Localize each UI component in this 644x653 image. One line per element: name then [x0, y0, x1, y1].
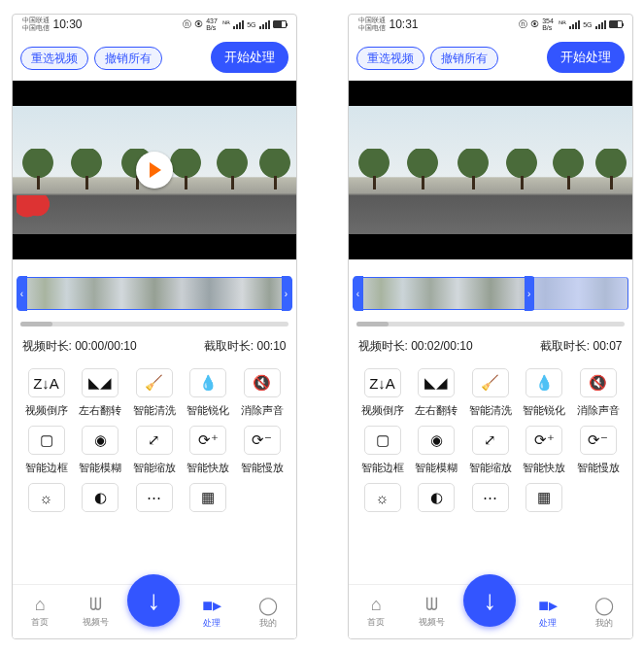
nav-video-icon: ᗯ [425, 595, 438, 615]
nav-process[interactable]: ■▸处理 [187, 595, 236, 630]
tool-sharpen[interactable]: 💧智能锐化 [518, 368, 570, 418]
tool-slow-icon: ⟳⁻ [244, 426, 281, 455]
clock: 10:31 [390, 17, 419, 31]
tool-fast[interactable]: ⟳⁺智能快放 [518, 426, 570, 475]
tool-extra1-icon: ◐ [82, 483, 119, 512]
tool-clean-icon: 🧹 [472, 368, 509, 397]
carrier-label: 中国联通中国电信 [358, 17, 386, 32]
nav-mine[interactable]: ◯我的 [580, 595, 628, 630]
tool-reverse[interactable]: Z↓A视频倒序 [20, 368, 73, 418]
carrier-label: 中国联通中国电信 [22, 17, 50, 32]
tool-flip[interactable]: ◣◢左右翻转 [410, 368, 462, 418]
nav-process-icon: ■▸ [538, 595, 558, 616]
tool-blur[interactable]: ◉智能模糊 [410, 426, 462, 475]
tool-border[interactable]: ▢智能边框 [356, 426, 409, 475]
5g-label: 5G [583, 21, 592, 28]
time-info: 视频时长: 00:02/00:10截取时长: 00:07 [349, 332, 632, 364]
download-fab[interactable]: ↓ [463, 574, 516, 627]
tool-slow[interactable]: ⟳⁻智能慢放 [572, 426, 625, 475]
nav-mine-icon: ◯ [594, 595, 614, 616]
net-speed: 437 B/s [206, 17, 220, 31]
phone-screen: 中国联通中国电信10:30ⓝ⦿437 B/sᴺᴿ5G重选视频撤销所有开始处理‹›… [12, 14, 297, 639]
tool-clean-label: 智能清洗 [133, 403, 176, 418]
clock: 10:30 [53, 17, 83, 31]
tool-brightness[interactable]: ☼ [356, 483, 409, 512]
nav-home-icon: ⌂ [35, 595, 46, 615]
play-button[interactable] [136, 152, 173, 189]
tool-grid: Z↓A视频倒序◣◢左右翻转🧹智能清洗💧智能锐化🔇消除声音▢智能边框◉智能模糊⤢智… [13, 364, 296, 516]
undo-all-button[interactable]: 撤销所有 [430, 47, 498, 70]
nfc-icon: ⓝ [519, 18, 527, 31]
play-icon [150, 162, 161, 178]
tool-blur[interactable]: ◉智能模糊 [74, 426, 126, 475]
trim-handle-left[interactable]: ‹ [17, 276, 27, 311]
tool-grid: Z↓A视频倒序◣◢左右翻转🧹智能清洗💧智能锐化🔇消除声音▢智能边框◉智能模糊⤢智… [349, 364, 632, 516]
nav-process-icon: ■▸ [202, 595, 221, 616]
nav-mine[interactable]: ◯我的 [244, 595, 292, 630]
nav-process[interactable]: ■▸处理 [524, 595, 572, 630]
scrub-slider[interactable] [356, 322, 625, 326]
undo-all-button[interactable]: 撤销所有 [94, 47, 162, 70]
tool-mute-label: 消除声音 [241, 403, 284, 418]
trim-handle-left[interactable]: ‹ [354, 276, 363, 311]
tool-extra2[interactable]: ⋯ [464, 483, 517, 512]
tool-extra3-icon: ▦ [189, 483, 226, 512]
nav-video-label: 视频号 [419, 616, 445, 629]
tool-clean[interactable]: 🧹智能清洗 [128, 368, 181, 418]
tool-brightness-icon: ☼ [364, 483, 401, 512]
reselect-video-button[interactable]: 重选视频 [356, 47, 424, 70]
trim-handle-right[interactable]: › [282, 276, 291, 311]
tool-fast[interactable]: ⟳⁺智能快放 [182, 426, 234, 475]
tool-zoom[interactable]: ⤢智能缩放 [464, 426, 517, 475]
tool-border-label: 智能边框 [361, 461, 404, 475]
tool-extra1[interactable]: ◐ [74, 483, 126, 512]
tool-extra1[interactable]: ◐ [410, 483, 462, 512]
video-preview[interactable] [349, 81, 632, 259]
video-preview[interactable] [13, 81, 296, 259]
tool-row: ☼◐⋯▦ [18, 479, 290, 516]
tool-sharpen-icon: 💧 [189, 368, 226, 397]
signal-icon [233, 20, 244, 29]
tool-reverse-label: 视频倒序 [361, 403, 404, 418]
tool-mute[interactable]: 🔇消除声音 [572, 368, 625, 418]
clip-duration-value: 00:10 [256, 339, 286, 353]
tool-mute[interactable]: 🔇消除声音 [236, 368, 288, 418]
nav-home[interactable]: ⌂首页 [352, 595, 400, 629]
nav-home[interactable]: ⌂首页 [16, 595, 64, 629]
scrub-slider[interactable] [20, 322, 288, 326]
nfc-icon: ⓝ [183, 18, 191, 31]
nav-video[interactable]: ᗯ视频号 [72, 595, 120, 629]
tool-clean[interactable]: 🧹智能清洗 [464, 368, 517, 418]
tool-zoom[interactable]: ⤢智能缩放 [128, 426, 181, 475]
tool-mute-icon: 🔇 [244, 368, 281, 397]
trim-timeline[interactable]: ‹› [17, 277, 292, 310]
start-process-button[interactable]: 开始处理 [547, 42, 625, 73]
tool-slow[interactable]: ⟳⁻智能慢放 [236, 426, 288, 475]
trim-timeline[interactable]: ‹› [353, 277, 628, 310]
tool-extra2[interactable]: ⋯ [128, 483, 181, 512]
status-icons: ⓝ⦿354 B/sᴺᴿ5G [519, 17, 622, 31]
tool-reverse[interactable]: Z↓A视频倒序 [356, 368, 409, 418]
bottom-nav: ⌂首页ᗯ视频号↓■▸处理◯我的 [349, 584, 632, 638]
tool-reverse-icon: Z↓A [28, 368, 65, 397]
start-process-button[interactable]: 开始处理 [211, 42, 288, 73]
tool-border[interactable]: ▢智能边框 [20, 426, 73, 475]
tool-sharpen[interactable]: 💧智能锐化 [182, 368, 234, 418]
tool-flip[interactable]: ◣◢左右翻转 [74, 368, 126, 418]
tool-sharpen-icon: 💧 [525, 368, 562, 397]
download-fab[interactable]: ↓ [127, 574, 180, 627]
nav-video[interactable]: ᗯ视频号 [408, 595, 457, 629]
tool-zoom-label: 智能缩放 [469, 461, 512, 475]
trim-handle-right[interactable]: › [525, 276, 534, 311]
tool-brightness[interactable]: ☼ [20, 483, 73, 512]
nav-mine-label: 我的 [595, 617, 613, 630]
reselect-video-button[interactable]: 重选视频 [20, 47, 88, 70]
tool-flip-icon: ◣◢ [82, 368, 119, 397]
nav-home-label: 首页 [31, 616, 49, 629]
tool-flip-label: 左右翻转 [79, 403, 121, 418]
tool-extra3-icon: ▦ [525, 483, 562, 512]
tool-extra3[interactable]: ▦ [182, 483, 234, 512]
status-bar: 中国联通中国电信10:30ⓝ⦿437 B/sᴺᴿ5G [13, 15, 296, 34]
tool-extra3[interactable]: ▦ [518, 483, 570, 512]
battery-icon [609, 20, 623, 28]
